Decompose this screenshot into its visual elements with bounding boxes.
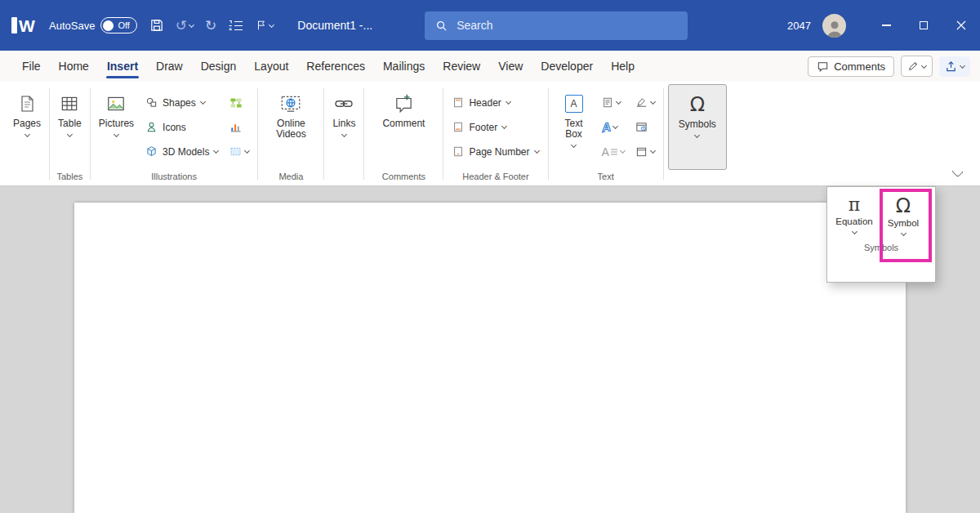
user-badge: 2047 (787, 20, 811, 32)
word-logo-icon[interactable]: W (11, 13, 36, 38)
page-number-button[interactable]: Page Number (448, 141, 543, 163)
customize-quick-access-button[interactable] (250, 11, 279, 39)
chevron-down-icon (341, 132, 347, 137)
ribbon-tab-bar: File Home Insert Draw Design Layout Refe… (0, 51, 980, 82)
search-bar[interactable] (425, 11, 688, 40)
symbols-button[interactable]: Ω Symbols (668, 84, 727, 170)
tab-draw[interactable]: Draw (147, 53, 192, 79)
chevron-down-icon (200, 99, 206, 105)
3d-models-button[interactable]: 3D Models (140, 141, 223, 163)
editing-mode-button[interactable] (901, 56, 933, 77)
icons-button[interactable]: Icons (140, 116, 223, 138)
title-bar: W AutoSave Off ↺ ↻ (0, 0, 980, 51)
date-time-icon (635, 121, 648, 133)
save-button[interactable] (144, 11, 170, 39)
wordart-button[interactable]: A (598, 116, 629, 138)
chart-icon (229, 121, 242, 133)
links-label: Links (332, 118, 355, 129)
document-page[interactable] (74, 203, 906, 513)
chart-button[interactable] (225, 116, 253, 138)
tab-design[interactable]: Design (192, 53, 246, 79)
table-button[interactable]: Table (54, 84, 86, 170)
shapes-button[interactable]: Shapes (140, 91, 223, 114)
share-button[interactable] (939, 56, 970, 77)
object-button[interactable] (631, 141, 659, 163)
minimize-icon (882, 25, 891, 26)
footer-button[interactable]: Footer (448, 116, 543, 138)
screenshot-icon (229, 146, 242, 157)
symbol-button[interactable]: Ω Symbol (879, 190, 928, 237)
tab-view[interactable]: View (489, 53, 532, 79)
tab-help[interactable]: Help (602, 53, 644, 79)
date-time-button[interactable] (631, 116, 659, 138)
close-button[interactable] (942, 0, 980, 51)
tab-layout[interactable]: Layout (245, 53, 297, 79)
tab-references[interactable]: References (297, 53, 374, 79)
quick-parts-button[interactable] (598, 91, 629, 114)
chevron-down-icon (612, 123, 618, 129)
menubar-right-cluster: Comments (808, 56, 970, 77)
tab-developer[interactable]: Developer (532, 53, 602, 79)
tab-mailings[interactable]: Mailings (374, 53, 434, 79)
signature-icon (635, 96, 648, 109)
chevron-down-icon (921, 62, 927, 68)
chevron-down-icon (67, 132, 73, 137)
autosave-switch[interactable]: Off (100, 17, 136, 33)
document-title: Document1 -... (297, 19, 372, 32)
online-videos-button[interactable]: Online Videos (262, 84, 319, 170)
shapes-label: Shapes (163, 97, 196, 109)
collapse-ribbon-chevron-icon[interactable] (951, 166, 964, 178)
chevron-down-icon (694, 132, 700, 138)
pictures-label: Pictures (99, 118, 134, 129)
redo-button[interactable]: ↻ (199, 11, 222, 39)
autosave-toggle[interactable]: AutoSave Off (49, 17, 137, 33)
screenshot-button[interactable] (225, 141, 253, 163)
pages-button[interactable]: Pages (9, 84, 45, 170)
comment-button[interactable]: Comment (368, 84, 439, 170)
chevron-down-icon (189, 21, 194, 27)
pictures-button[interactable]: Pictures (95, 84, 138, 170)
comments-button[interactable]: Comments (808, 56, 894, 77)
link-icon (333, 93, 354, 114)
group-label-illustrations: Illustrations (95, 170, 254, 185)
numbering-quick-command-button[interactable] (222, 11, 250, 39)
tab-review[interactable]: Review (434, 53, 489, 79)
toggle-knob (103, 20, 114, 31)
illustrations-icon-stack (225, 84, 253, 170)
drop-cap-button[interactable]: A (598, 141, 629, 163)
links-button[interactable]: Links (328, 84, 359, 170)
equation-label: Equation (835, 216, 872, 226)
text-box-button[interactable]: A Text Box (553, 84, 595, 170)
signature-line-button[interactable] (631, 91, 659, 114)
close-icon (956, 20, 966, 30)
smartart-icon (229, 97, 243, 109)
group-links: Links (324, 84, 363, 185)
group-label-links (328, 170, 359, 185)
group-comments: Comment Comments (364, 84, 443, 185)
undo-icon: ↺ (176, 19, 187, 33)
equation-button[interactable]: π Equation (830, 190, 879, 237)
numbering-icon (228, 20, 244, 32)
logo-letter: W (19, 17, 35, 34)
flag-icon (256, 20, 267, 31)
shapes-icon (145, 96, 158, 109)
minimize-button[interactable] (867, 0, 905, 51)
drop-cap-icon: A (602, 146, 617, 158)
text-box-label: Text Box (560, 118, 588, 140)
pictures-icon (105, 93, 127, 114)
avatar[interactable] (822, 14, 846, 38)
header-button[interactable]: Header (448, 91, 543, 114)
tab-file[interactable]: File (13, 53, 50, 79)
smartart-button[interactable] (225, 91, 253, 114)
group-label-symbols (668, 170, 727, 185)
maximize-button[interactable] (905, 0, 942, 51)
chevron-down-icon (620, 148, 626, 154)
tab-home[interactable]: Home (50, 53, 98, 79)
tab-insert[interactable]: Insert (98, 53, 147, 79)
search-input[interactable] (455, 18, 677, 33)
group-label-tables: Tables (54, 170, 86, 185)
autosave-state: Off (118, 20, 129, 30)
undo-button[interactable]: ↺ (170, 11, 199, 39)
ribbon: Pages Table Tables (0, 82, 980, 186)
symbol-label: Symbol (888, 218, 919, 228)
